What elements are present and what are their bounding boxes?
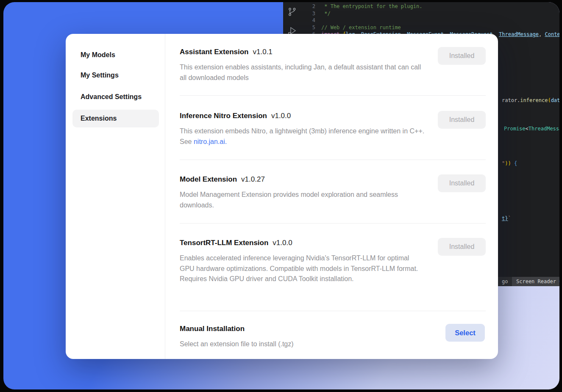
sidebar-item-my-settings[interactable]: My Settings: [72, 66, 159, 84]
extension-description: This extension embeds Nitro, a lightweig…: [180, 126, 425, 147]
extension-row: Model Extensionv1.0.27 Model Management …: [180, 174, 486, 210]
status-bar-text: go: [502, 277, 508, 286]
installed-button: Installed: [438, 47, 486, 65]
installed-button: Installed: [438, 174, 486, 192]
extension-version: v1.0.27: [241, 175, 265, 183]
extensions-list: Assistant Extensionv1.0.1 This extension…: [180, 34, 486, 359]
extension-version: v1.0.1: [253, 48, 273, 56]
settings-modal: My Models My Settings Advanced Settings …: [66, 34, 498, 359]
extension-description: Model Management Extension provides mode…: [180, 190, 425, 210]
select-file-button[interactable]: Select: [445, 324, 485, 342]
screen-reader-badge[interactable]: Screen Reader Optimized: [512, 277, 559, 286]
extension-version: v1.0.0: [271, 112, 291, 120]
row-divider: [180, 95, 486, 96]
sidebar-item-my-models[interactable]: My Models: [72, 46, 159, 64]
extension-description: This extension enables assistants, inclu…: [180, 62, 425, 83]
installed-button: Installed: [438, 111, 486, 129]
row-divider: [180, 223, 486, 224]
extension-row: Inference Nitro Extensionv1.0.0 This ext…: [180, 110, 486, 147]
installed-button: Installed: [438, 238, 486, 256]
extension-row: TensortRT-LLM Extensionv1.0.0 Enables ac…: [180, 237, 486, 284]
code-lines: 2 * The entrypoint for the plugin.3 */45…: [283, 3, 559, 38]
extension-version: v1.0.0: [273, 239, 292, 247]
nitro-jan-ai-link[interactable]: nitro.jan.ai.: [194, 138, 227, 145]
settings-sidebar: My Models My Settings Advanced Settings …: [66, 34, 165, 359]
manual-installation-description: Select an extension file to install (.tg…: [180, 339, 425, 350]
manual-installation-row: Manual Installation Select an extension …: [180, 323, 486, 350]
sidebar-item-extensions[interactable]: Extensions: [72, 110, 159, 127]
desktop-wallpaper: 2 * The entrypoint for the plugin.3 */45…: [3, 2, 559, 389]
extension-row: Assistant Extensionv1.0.1 This extension…: [180, 47, 486, 83]
manual-installation-title: Manual Installation: [180, 323, 486, 334]
sidebar-item-advanced-settings[interactable]: Advanced Settings: [72, 88, 159, 106]
row-divider: [180, 160, 486, 160]
extension-description: Enables accelerated inference leveraging…: [180, 253, 425, 284]
row-divider: [180, 311, 486, 311]
